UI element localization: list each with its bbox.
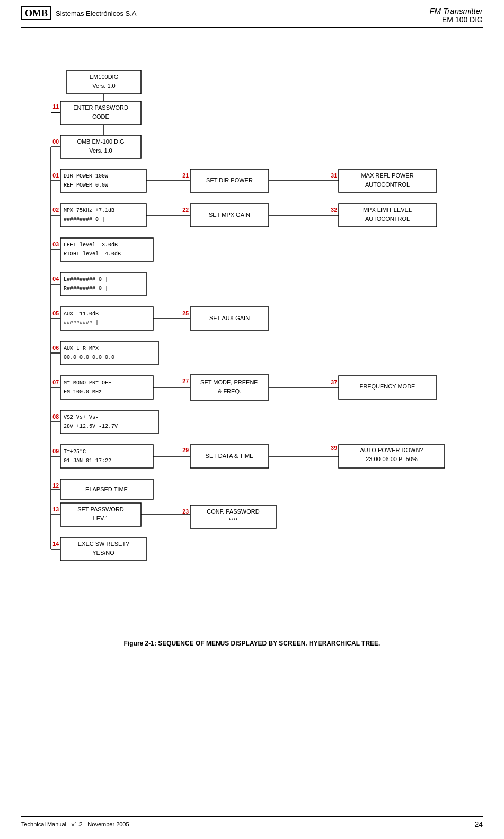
label-05: 05 xyxy=(52,310,59,316)
box-22-line1: SET MPX GAIN xyxy=(208,211,250,218)
box-07-line1: M= MONO PR= OFF xyxy=(64,380,111,386)
box-04-line1: L######### 0 | xyxy=(64,277,108,282)
label-21: 21 xyxy=(182,172,189,179)
label-14: 14 xyxy=(52,541,59,547)
footer-page: 24 xyxy=(474,820,483,828)
label-27: 27 xyxy=(182,378,189,384)
box-23-line1: CONF. PASSWORD xyxy=(207,508,259,515)
label-04: 04 xyxy=(52,276,59,282)
box-05 xyxy=(60,307,153,330)
footer-manual: Technical Manual - v1.2 - November 2005 xyxy=(21,821,129,827)
box-07-line2: FM 100.0 MHz xyxy=(64,389,102,395)
box-08-line1: VS2 Vs+ Vs- xyxy=(64,414,99,420)
logo: OMB xyxy=(21,6,51,20)
label-03: 03 xyxy=(52,241,59,248)
label-09: 09 xyxy=(52,448,59,454)
box-05-line2: ######### | xyxy=(64,320,99,326)
box-08-line2: 28V +12.5V -12.7V xyxy=(64,423,118,429)
box-37-line1: FREQUENCY MODE xyxy=(359,383,415,390)
label-32: 32 xyxy=(331,207,337,213)
company-name: Sistemas Electrónicos S.A xyxy=(56,10,136,17)
box-25-line1: SET AUX GAIN xyxy=(209,315,249,321)
header: OMB Sistemas Electrónicos S.A FM Transmi… xyxy=(21,0,483,28)
box-05-line1: AUX -11.0dB xyxy=(64,311,99,317)
box-29-line1: SET DATA & TIME xyxy=(205,453,253,459)
label-29: 29 xyxy=(182,447,189,453)
box-11-line2: CODE xyxy=(92,113,109,120)
footer: Technical Manual - v1.2 - November 2005 … xyxy=(21,816,483,828)
label-01: 01 xyxy=(52,172,59,179)
box-06-line2: 00.0 0.0 0.0 0.0 xyxy=(64,355,114,360)
box-13-line2: LEV.1 xyxy=(93,515,108,522)
box-02-line2: ######### 0 | xyxy=(64,217,105,223)
label-11: 11 xyxy=(52,103,59,110)
label-37: 37 xyxy=(331,379,337,385)
box-04-line2: R######### 0 | xyxy=(64,286,108,292)
main-title-line1: EM100DIG xyxy=(89,74,118,80)
header-left: OMB Sistemas Electrónicos S.A xyxy=(21,6,136,20)
hierarchy-diagram: .box-rect { fill: white; stroke: black; … xyxy=(24,70,480,627)
box-07 xyxy=(60,376,153,399)
label-00: 00 xyxy=(52,138,59,145)
box-09-line1: T=+25°C xyxy=(64,449,86,455)
label-02: 02 xyxy=(52,207,59,213)
box-11-line1: ENTER PASSWORD xyxy=(73,104,128,111)
product-title: FM Transmitter xyxy=(429,6,483,15)
box-02 xyxy=(60,204,146,227)
box-14-line2: YES/NO xyxy=(92,550,114,556)
box-09-line2: 01 JAN 01 17:22 xyxy=(64,458,111,464)
box-31-line2: AUTOCONTROL xyxy=(365,181,409,188)
box-32-line1: MPX LIMIT LEVEL xyxy=(362,207,411,213)
box-01 xyxy=(60,169,146,192)
product-model: EM 100 DIG xyxy=(429,15,483,24)
label-13: 13 xyxy=(52,506,59,513)
main-title-line2: Vers. 1.0 xyxy=(92,83,115,89)
box-31-line1: MAX REFL POWER xyxy=(361,172,413,179)
box-27-line1: SET MODE, PREENF. xyxy=(200,379,259,385)
box-27-line2: & FREQ. xyxy=(217,388,241,394)
box-00-line1: OMB EM-100 DIG xyxy=(77,138,124,145)
box-39-line1: AUTO POWER DOWN? xyxy=(360,447,423,453)
label-23: 23 xyxy=(182,508,189,515)
box-01-line1: DIR POWER 100W xyxy=(64,173,108,179)
box-03-line1: LEFT level -3.0dB xyxy=(64,242,118,248)
header-right: FM Transmitter EM 100 DIG xyxy=(429,6,483,24)
box-23-line2: **** xyxy=(228,517,238,524)
diagram-container: .box-rect { fill: white; stroke: black; … xyxy=(24,70,480,629)
box-21-line1: SET DIR POWER xyxy=(206,177,253,183)
box-39-line2: 23:00-06:00 P=50% xyxy=(366,456,418,462)
label-22: 22 xyxy=(182,207,189,213)
label-06: 06 xyxy=(52,345,59,351)
label-39: 39 xyxy=(331,445,337,451)
box-06-line1: AUX L R MPX xyxy=(64,346,99,351)
label-07: 07 xyxy=(52,379,59,385)
box-03-line2: RIGHT level -4.0dB xyxy=(64,251,121,257)
box-06 xyxy=(60,341,158,365)
page: OMB Sistemas Electrónicos S.A FM Transmi… xyxy=(0,0,504,839)
box-09 xyxy=(60,445,153,468)
label-12: 12 xyxy=(52,482,59,489)
label-31: 31 xyxy=(331,172,337,179)
box-03 xyxy=(60,238,153,261)
box-13-line1: SET PASSWORD xyxy=(77,506,124,513)
box-14-line1: EXEC SW RESET? xyxy=(77,541,129,547)
label-08: 08 xyxy=(52,413,59,420)
box-00-line2: Vers. 1.0 xyxy=(89,147,112,154)
box-04 xyxy=(60,272,146,296)
box-12-line1: ELAPSED TIME xyxy=(85,486,128,492)
box-32-line2: AUTOCONTROL xyxy=(365,216,409,222)
box-02-line1: MPX 75KHz +7.1dB xyxy=(64,208,114,214)
figure-caption: Figure 2-1: SEQUENCE OF MENUS DISPLAYED … xyxy=(21,640,483,647)
label-25: 25 xyxy=(182,310,189,316)
box-01-line2: REF POWER 0.0W xyxy=(64,182,108,188)
box-08 xyxy=(60,410,158,434)
